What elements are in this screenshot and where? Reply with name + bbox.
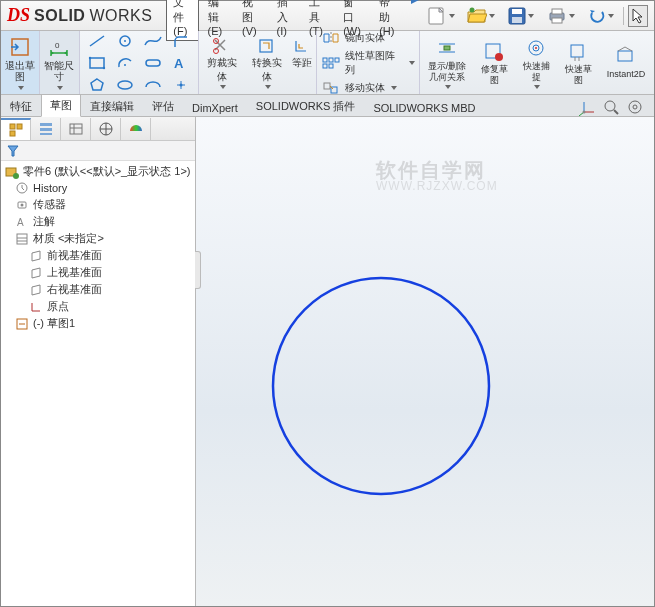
side-tab-props[interactable] [31, 118, 61, 140]
tab-sketch[interactable]: 草图 [41, 94, 81, 117]
ribbon-right-rows: 镜向实体 线性草图阵列 移动实体 [317, 31, 420, 94]
tool-line[interactable] [84, 31, 110, 51]
tool-circle[interactable] [112, 31, 138, 51]
tree-filter[interactable] [1, 141, 195, 161]
tool-fillet[interactable] [168, 31, 194, 51]
tab-dimxpert[interactable]: DimXpert [183, 98, 247, 117]
panel-splitter[interactable] [195, 251, 201, 289]
side-tab-config[interactable] [61, 118, 91, 140]
svg-rect-17 [146, 60, 160, 66]
ribbon-convert[interactable]: 转换实体 [247, 37, 286, 89]
line-icon [87, 33, 107, 49]
ribbon-mid-group: 剪裁实体 转换实体 等距 [199, 31, 318, 94]
view-triad-icon[interactable] [578, 98, 596, 116]
svg-line-10 [90, 36, 104, 46]
ribbon-snap[interactable]: 快速捕捉 [518, 33, 554, 92]
ribbon-exit-sketch[interactable]: 退出草图 [1, 31, 40, 94]
tab-sw-addins[interactable]: SOLIDWORKS 插件 [247, 95, 365, 117]
tree-sketch1[interactable]: (-) 草图1 [5, 315, 191, 332]
tool-rect[interactable] [84, 53, 110, 73]
svg-point-38 [495, 53, 503, 61]
view-zoom-icon[interactable] [602, 98, 620, 116]
ribbon-repair[interactable]: 修复草图 [476, 33, 512, 92]
qat-select[interactable] [628, 5, 648, 27]
svg-point-51 [633, 105, 637, 109]
tree-root[interactable]: 零件6 (默认<<默认>_显示状态 1>) [5, 163, 191, 180]
svg-point-50 [629, 101, 641, 113]
qat-undo[interactable] [583, 5, 619, 27]
svg-rect-29 [335, 58, 339, 62]
offset-icon [292, 37, 312, 55]
svg-rect-70 [17, 234, 27, 244]
ribbon-smart-dim[interactable]: 0 智能尺寸 [40, 31, 79, 94]
tree-origin[interactable]: 原点 [5, 298, 191, 315]
side-tab-dim[interactable] [91, 118, 121, 140]
view-tools [578, 98, 654, 116]
qat-print[interactable] [543, 5, 579, 27]
tree-annotations[interactable]: A注解 [5, 213, 191, 230]
origin-icon [29, 300, 43, 314]
svg-point-20 [118, 81, 132, 89]
svg-rect-53 [17, 124, 22, 129]
tool-arc[interactable] [112, 53, 138, 73]
polygon-icon [87, 77, 107, 93]
qat-new[interactable] [423, 5, 459, 27]
ribbon-trim[interactable]: 剪裁实体 [203, 37, 242, 89]
relations-icon [436, 37, 458, 59]
ribbon-pattern[interactable]: 线性草图阵列 [321, 49, 415, 77]
spline-icon [143, 33, 163, 49]
side-tab-appear[interactable] [121, 118, 151, 140]
tool-point[interactable] [168, 75, 194, 95]
svg-rect-56 [40, 128, 52, 131]
svg-rect-6 [552, 9, 562, 14]
side-tabs [1, 117, 195, 141]
graphics-area[interactable]: 软件自学网 WWW.RJZXW.COM [196, 117, 654, 606]
tool-polygon[interactable] [84, 75, 110, 95]
rect-icon [87, 55, 107, 71]
ribbon-instant2d[interactable]: Instant2D [602, 33, 650, 92]
ribbon-quick[interactable]: 快速草图 [560, 33, 596, 92]
tree-material[interactable]: 材质 <未指定> [5, 230, 191, 247]
tool-slot[interactable] [140, 53, 166, 73]
brand-solid: SOLID [34, 7, 85, 25]
svg-rect-57 [40, 133, 52, 135]
history-icon [15, 181, 29, 195]
svg-marker-19 [91, 79, 103, 90]
ribbon-mirror[interactable]: 镜向实体 [321, 29, 415, 47]
svg-point-68 [21, 203, 24, 206]
tree-plane-top[interactable]: 上视基准面 [5, 264, 191, 281]
config-tab-icon [68, 121, 84, 137]
qat-open[interactable] [463, 5, 499, 27]
feature-tree[interactable]: 零件6 (默认<<默认>_显示状态 1>) History 传感器 A注解 材质… [1, 161, 195, 606]
tool-partial-ellipse[interactable] [140, 75, 166, 95]
annot-icon: A [15, 215, 29, 229]
tool-text[interactable]: A [168, 53, 194, 73]
ribbon-relations[interactable]: 显示/删除几何关系 [424, 33, 470, 92]
tree-plane-front[interactable]: 前视基准面 [5, 247, 191, 264]
qat-save[interactable] [503, 5, 539, 27]
tab-sw-mbd[interactable]: SOLIDWORKS MBD [364, 98, 484, 117]
tool-spline[interactable] [140, 31, 166, 51]
plane-icon [29, 283, 43, 297]
view-target-icon[interactable] [626, 98, 644, 116]
qat-separator [623, 7, 624, 25]
tree-sensors[interactable]: 传感器 [5, 196, 191, 213]
tree-history[interactable]: History [5, 180, 191, 196]
tree-plane-right[interactable]: 右视基准面 [5, 281, 191, 298]
tab-features[interactable]: 特征 [1, 95, 41, 117]
svg-rect-55 [40, 123, 52, 126]
appear-tab-icon [128, 121, 144, 137]
tool-ellipse[interactable] [112, 75, 138, 95]
repair-icon [483, 40, 505, 62]
ribbon-move[interactable]: 移动实体 [321, 79, 415, 97]
svg-rect-32 [324, 83, 330, 89]
svg-rect-36 [444, 46, 450, 50]
svg-rect-7 [552, 18, 562, 23]
svg-rect-30 [323, 64, 327, 68]
svg-text:A: A [17, 217, 24, 228]
ribbon-offset[interactable]: 等距 [292, 37, 312, 89]
svg-rect-4 [512, 17, 522, 23]
side-tab-tree[interactable] [1, 118, 31, 140]
tab-direct-edit[interactable]: 直接编辑 [81, 95, 143, 117]
tab-evaluate[interactable]: 评估 [143, 95, 183, 117]
